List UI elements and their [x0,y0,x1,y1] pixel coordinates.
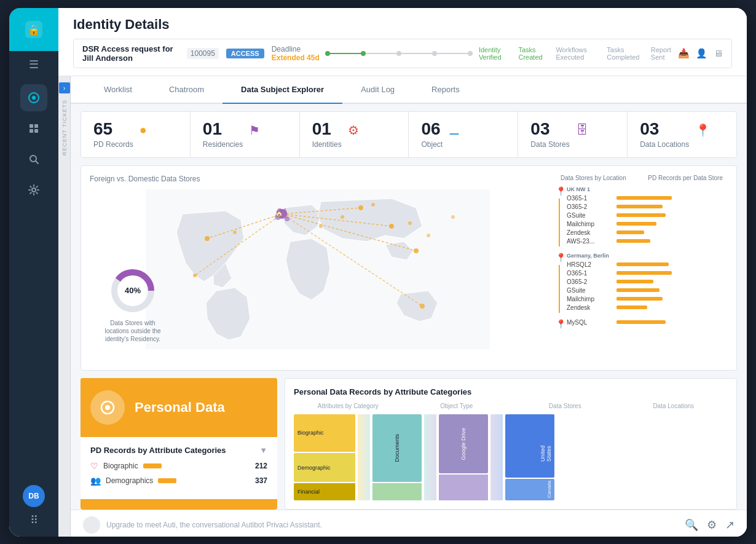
monitor-icon[interactable]: 🖥 [714,48,723,59]
pd-dropdown-icon[interactable]: ▼ [259,446,267,455]
user-avatar[interactable]: DB [23,485,45,507]
store-name: AWS-23... [567,238,613,245]
sidebar-item-search[interactable] [20,146,47,173]
map-title: Foreign vs. Domestic Data Stores [90,175,546,183]
financial-bar-chart: Financial [294,483,355,500]
store-bar [616,271,672,275]
footer-message: Upgrade to meet Auti, the conversational… [83,516,322,534]
svg-point-32 [427,234,430,237]
store-name: O365-1 [567,270,613,277]
pd-row-left-biographic: ♡ Biographic [90,461,162,471]
recent-tickets-label[interactable]: RECENT TICKETS [61,100,68,156]
germany-stores: Germany, Berlin HRSQL2 O365-1 [567,253,728,313]
identities-icon: ⚙ [348,123,359,138]
svg-point-19 [389,224,394,229]
tab-data-subject-explorer[interactable]: Data Subject Explorer [222,76,342,104]
demographic-bar-chart: Demographic [294,453,355,483]
svg-point-30 [371,203,375,207]
biographic-bar-chart: Biographic [294,414,355,452]
store-name: Mailchimp [567,296,613,302]
stat-number-data-stores: 03 [530,120,569,138]
data-stores-headers: Data Stores by Location PD Records per D… [556,175,728,181]
other-object-bar [372,483,422,500]
sidebar-item-dashboard[interactable] [20,115,47,142]
pd-row-demographics: 👥 Demographics 337 [90,476,267,486]
ds-header-location: Data Stores by Location [558,175,648,181]
location-group-mysql: 📍 MySQL [556,319,728,329]
pdr-headers: Attributes by Category Object Type Data … [294,403,728,409]
store-name: O365-1 [567,195,613,202]
locations-column: United States Canada [505,414,554,500]
stat-label-residencies: Residencies [203,140,243,149]
autibot-bubble-icon [83,516,100,534]
data-stores-icon: 🗄 [576,123,588,137]
pdr-title: Personal Data Records by Attribute Categ… [294,387,728,396]
svg-rect-6 [30,129,33,133]
stat-label-data-stores: Data Stores [530,140,569,149]
svg-point-33 [451,215,455,219]
dsr-steps [325,51,473,56]
svg-rect-7 [34,129,38,133]
store-name: O365-2 [567,278,613,285]
menu-toggle[interactable]: ☰ [9,51,58,78]
demographics-icon: 👥 [90,476,101,486]
attributes-column: Biographic Demographic Financial [294,414,355,500]
sidebar-bottom: DB ⠿ [23,485,45,537]
stat-label-identities: Identities [312,140,342,149]
data-stores-panel: Data Stores by Location PD Records per D… [556,175,728,361]
dsr-deadline: Deadline Extended 45d [272,45,325,62]
svg-point-31 [408,221,412,225]
dsr-bar: DSR Access request for Jill Anderson 100… [73,39,732,68]
pdr-card: Personal Data Records by Attribute Categ… [285,378,737,510]
biographic-count: 212 [255,462,267,470]
ds-row: Mailchimp [567,221,728,227]
map-section: Foreign vs. Domestic Data Stores [81,165,737,371]
documents-bar: Documents [372,414,422,482]
data-locations-icon: 📍 [695,123,711,138]
svg-point-10 [32,188,36,192]
store-bar [616,297,663,301]
sidebar-item-home[interactable] [20,84,47,111]
tab-reports[interactable]: Reports [413,76,478,104]
bottom-section: Personal Data PD Records by Attribute Ca… [81,378,737,510]
step-tasks-completed-dot [432,51,437,56]
settings-footer-icon[interactable]: ⚙ [707,518,717,532]
expand-arrow[interactable]: › [59,82,70,93]
tab-chatroom[interactable]: Chatroom [151,76,222,104]
store-name: GSuite [567,287,613,294]
store-name: Zendesk [567,304,613,311]
pd-row-biographic: ♡ Biographic 212 [90,461,267,471]
location-group-uk: 📍 UK NW 1 O365-1 O365-2 [556,186,728,246]
demographics-count: 337 [255,476,267,485]
svg-point-22 [205,236,210,241]
step-label-tasks-completed: Tasks Completed [607,46,646,61]
download-icon[interactable]: 📥 [678,48,690,59]
stat-object: 06 Object ⚊ [409,112,518,157]
store-name: Mailchimp [567,221,613,227]
store-bar [616,213,666,217]
sidebar-nav [9,78,58,485]
svg-rect-4 [30,124,33,128]
search-footer-icon[interactable]: 🔍 [685,518,698,532]
stats-row: 65 PD Records ● 01 Residencies ⚑ [81,111,737,158]
ds-row: O365-2 [567,203,728,210]
user-icon[interactable]: 👤 [696,48,707,59]
main-content: Identity Details DSR Access request for … [58,8,747,537]
arrow-footer-icon[interactable]: ↗ [725,518,734,532]
biographic-label: Biographic [103,462,138,470]
sidebar-item-settings[interactable] [20,176,47,203]
dsr-step-labels: Identity Verified Tasks Created Workflow… [479,46,678,61]
tab-worklist[interactable]: Worklist [85,76,151,104]
app-logo[interactable]: 🔒 [9,8,58,51]
tab-audit-log[interactable]: Audit Log [342,76,413,104]
apps-grid-icon[interactable]: ⠿ [30,513,38,527]
store-name: GSuite [567,212,613,219]
stat-pd-records: 65 PD Records ● [81,112,191,157]
svg-line-9 [36,161,38,164]
germany-location-label: Germany, Berlin [567,253,728,259]
ds-header-records: PD Records per Data Store [648,175,725,181]
svg-point-34 [233,231,237,234]
svg-point-23 [193,274,197,277]
store-name: O365-2 [567,203,613,210]
store-bar [616,288,660,292]
